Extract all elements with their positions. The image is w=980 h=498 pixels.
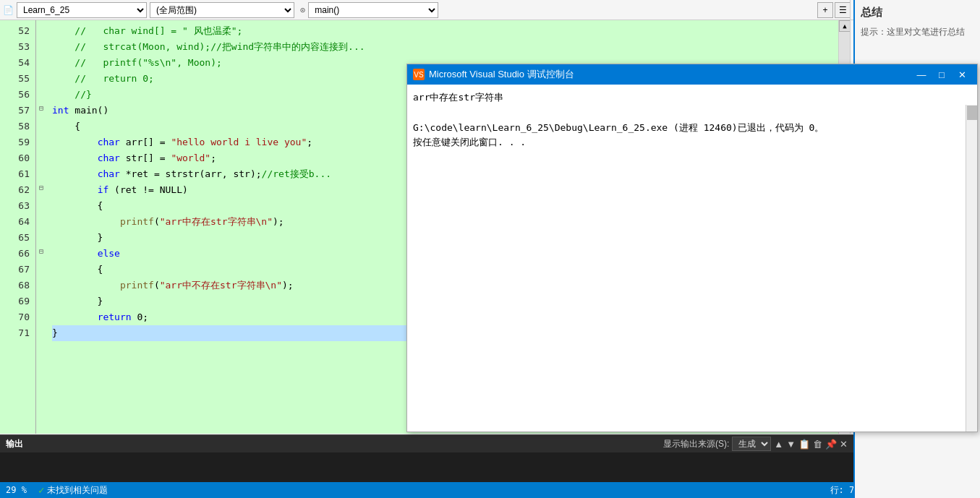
output-panel: 输出 显示输出来源(S): 生成 ▲ ▼ 📋 🗑 📌 ✕: [0, 434, 853, 482]
output-pin-btn[interactable]: 📌: [825, 439, 837, 450]
summary-hint: 提示：这里对文笔进行总结: [861, 25, 974, 38]
output-body: [0, 452, 853, 482]
status-issue: ✓ 未找到相关问题: [38, 484, 108, 497]
output-clear-btn[interactable]: 🗑: [813, 439, 822, 450]
output-btn-2[interactable]: ▼: [786, 439, 796, 450]
debug-app-icon: VS: [413, 69, 425, 80]
debug-window-controls: — □ ✕: [912, 67, 971, 82]
zoom-level: 29 %: [6, 485, 27, 495]
status-bar: 29 % ✓ 未找到相关问题 行: 71 字符: 2 制表符 CRLF: [0, 482, 980, 498]
output-titlebar: 输出 显示输出来源(S): 生成 ▲ ▼ 📋 🗑 📌 ✕: [0, 435, 853, 452]
output-source-select[interactable]: 生成: [732, 437, 771, 451]
debug-close-btn[interactable]: ✕: [953, 67, 971, 82]
collapse-btn-57[interactable]: ⊟: [36, 100, 46, 116]
collapse-column: ⊟ ⊟ ⊟: [36, 20, 46, 434]
output-copy-btn[interactable]: 📋: [798, 439, 810, 450]
debug-minimize-btn[interactable]: —: [912, 67, 931, 82]
debug-maximize-btn[interactable]: □: [932, 67, 951, 82]
debug-output-line3: G:\code\learn\Learn_6_25\Debug\Learn_6_2…: [413, 121, 963, 136]
toolbar-btn-menu[interactable]: ☰: [835, 2, 851, 18]
func-select[interactable]: main(): [308, 2, 438, 18]
file-icon: 📄: [3, 5, 14, 15]
debug-output-line1: arr中存在str字符串: [413, 90, 963, 106]
status-ok-icon: ✓: [38, 484, 44, 496]
output-btn-1[interactable]: ▲: [774, 439, 783, 450]
scroll-up-btn[interactable]: ▲: [839, 20, 851, 32]
collapse-btn-66[interactable]: ⊟: [36, 243, 46, 259]
scope-label-select[interactable]: (全局范围): [150, 2, 294, 18]
code-line-53: // strcat(Moon, wind);//把wind字符串中的内容连接到.…: [52, 39, 853, 55]
output-toolbar-right: 显示输出来源(S): 生成 ▲ ▼ 📋 🗑 📌 ✕: [663, 437, 848, 451]
debug-titlebar: VS Microsoft Visual Studio 调试控制台 — □ ✕: [407, 64, 977, 85]
debug-scrollbar[interactable]: [966, 105, 977, 432]
summary-title: 总结: [861, 6, 974, 20]
line-numbers: 52 53 54 55 56 57 58 59 60 61 62 63 64 6…: [0, 20, 36, 434]
debug-output-line4: 按任意键关闭此窗口. . .: [413, 135, 963, 150]
toolbar-btn-add[interactable]: +: [817, 2, 833, 18]
status-issue-text: 未找到相关问题: [47, 484, 108, 497]
debug-title: Microsoft Visual Studio 调试控制台: [429, 68, 912, 81]
code-line-52: // char wind[] = " 风也温柔";: [52, 23, 853, 39]
output-close-btn[interactable]: ✕: [840, 439, 848, 450]
func-icon: ⊙: [300, 5, 305, 15]
debug-console: VS Microsoft Visual Studio 调试控制台 — □ ✕ a…: [406, 64, 978, 432]
collapse-btn-62[interactable]: ⊟: [36, 179, 46, 195]
scope-select[interactable]: Learn_6_25: [17, 2, 147, 18]
output-source-label: 显示输出来源(S):: [663, 438, 729, 450]
debug-output: arr中存在str字符串 G:\code\learn\Learn_6_25\De…: [407, 85, 977, 411]
debug-output-line2: [413, 106, 963, 121]
output-title: 输出: [6, 438, 23, 450]
editor-toolbar: 📄 Learn_6_25 (全局范围) ⊙ main() + ☰: [0, 0, 853, 20]
